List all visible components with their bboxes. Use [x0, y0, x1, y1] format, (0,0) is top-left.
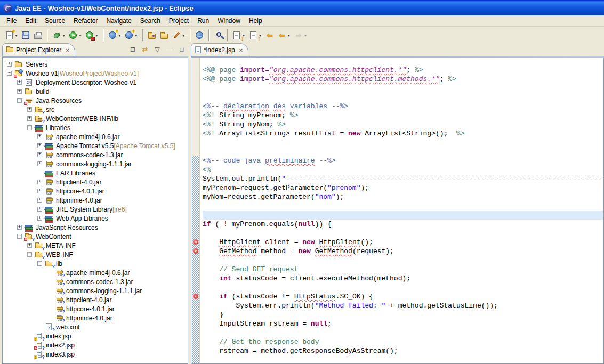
tree-expander[interactable]: +	[27, 116, 32, 121]
menu-project[interactable]: Project	[165, 16, 193, 26]
next-annotation-button[interactable]: ↓▼	[231, 29, 247, 42]
tree-item-index3-jsp[interactable]: !?index3.jsp	[3, 350, 188, 359]
code-line[interactable]: <%-- code java préliminaire --%>	[203, 156, 603, 165]
tree-item-src[interactable]: +?src	[3, 105, 188, 114]
code-line[interactable]: int statusCode = client.executeMethod(me…	[203, 274, 603, 283]
tree-item-commons-codec-1-3-jar[interactable]: +commons-codec-1.3.jar	[3, 150, 188, 159]
tree-item-java-resources[interactable]: −×Java Resources	[3, 96, 188, 105]
tree-expander[interactable]: +	[37, 161, 42, 166]
code-line[interactable]: <%! ArrayList<String> resultList = new A…	[203, 129, 603, 138]
tree-expander[interactable]: +	[37, 152, 42, 157]
tree-item-apache-tomcat-v5-5[interactable]: +Apache Tomcat v5.5 [Apache Tomcat v5.5]	[3, 141, 188, 150]
tree-expander[interactable]: +	[37, 143, 42, 148]
minimize-icon[interactable]: —	[165, 46, 174, 53]
code-line[interactable]: <%! String myPrenom; %>	[203, 111, 603, 120]
code-line[interactable]: // Send GET request	[203, 265, 603, 274]
run-external-button[interactable]: ▼	[84, 29, 100, 42]
tree-expander[interactable]: −	[27, 125, 32, 130]
code-line[interactable]: <%-- déclaration des variables --%>	[203, 102, 603, 111]
code-line[interactable]: InputStream rstream = null;	[203, 319, 603, 328]
tree-item-httpclient-4-0-jar[interactable]: +httpclient-4.0.jar	[3, 177, 188, 187]
code-line[interactable]	[203, 201, 603, 211]
tree-item-lib[interactable]: −?lib	[3, 259, 188, 268]
dropdown-arrow-icon[interactable]: ▼	[95, 34, 99, 37]
menu-help[interactable]: Help	[245, 16, 267, 26]
tree-item-jre-system-library[interactable]: +JRE System Library [jre6]	[3, 205, 188, 214]
open-folder-button[interactable]	[158, 29, 171, 42]
tree-expander[interactable]: +	[27, 243, 32, 248]
print-button[interactable]	[32, 29, 44, 42]
tree-expander[interactable]: −	[27, 252, 32, 257]
mark-occurrences-button[interactable]: ▼	[171, 29, 187, 42]
close-icon[interactable]: ×	[239, 47, 243, 53]
code-line[interactable]: GetMethod method = new GetMethod(request…	[203, 247, 603, 256]
tree-item-ear-libraries[interactable]: EAR Libraries	[3, 168, 188, 177]
tab-index2-jsp[interactable]: *index2.jsp ×	[191, 43, 248, 56]
tree-expander[interactable]: −	[7, 71, 12, 76]
code-line[interactable]: myPrenom=request.getParameter("prenom");	[203, 183, 603, 192]
code-line[interactable]: <%	[203, 165, 603, 174]
last-edit-location-button[interactable]: ⬅	[263, 29, 276, 42]
tree-expander[interactable]: −	[17, 98, 22, 103]
link-with-editor-icon[interactable]: ⇄	[141, 46, 149, 53]
code-line[interactable]: System.out.println("--------------------…	[203, 174, 603, 183]
tree-expander[interactable]: −	[17, 234, 22, 239]
code-line[interactable]: System.err.println("Method failed: " + m…	[203, 301, 603, 310]
dropdown-arrow-icon[interactable]: ▼	[78, 34, 82, 37]
menu-navigate[interactable]: Navigate	[102, 16, 135, 26]
tree-item-webcontent[interactable]: −×?WebContent	[3, 232, 188, 241]
tree-expander[interactable]: +	[37, 180, 42, 184]
dropdown-arrow-icon[interactable]: ▼	[118, 34, 122, 37]
tree-expander[interactable]: +	[17, 80, 22, 85]
tree-item-webcontent-web-inf-lib[interactable]: +?WebContent/WEB-INF/lib	[3, 114, 188, 123]
tree-item-web-app-libraries[interactable]: +Web App Libraries	[3, 214, 188, 223]
menu-run[interactable]: Run	[193, 16, 213, 26]
tree-expander[interactable]: +	[7, 62, 12, 67]
code-line[interactable]	[203, 283, 603, 292]
code-line[interactable]	[203, 147, 603, 156]
tree-expander[interactable]: +	[37, 216, 42, 221]
dropdown-arrow-icon[interactable]: ▼	[182, 34, 186, 37]
code-line[interactable]: <%@ page import="org.apache.commons.http…	[203, 66, 603, 75]
tree-expander[interactable]: +	[17, 89, 22, 94]
error-marker-icon[interactable]: ×	[192, 293, 199, 300]
menu-edit[interactable]: Edit	[21, 16, 41, 26]
tree-item-commons-logging-1-1-1-jar[interactable]: +commons-logging-1.1.1.jar	[3, 159, 188, 168]
web-browser-button[interactable]	[194, 29, 206, 42]
code-line[interactable]	[203, 93, 603, 102]
previous-annotation-button[interactable]: ↑▼	[247, 29, 264, 42]
tree-item-httpcore-4-0-1-jar[interactable]: ?httpcore-4.0.1.jar	[3, 304, 188, 313]
dropdown-arrow-icon[interactable]: ▼	[287, 34, 291, 37]
open-resource-folder-button[interactable]	[146, 29, 158, 42]
code-line[interactable]: <%! String myNom; %>	[203, 120, 603, 129]
tree-item-commons-logging-1-1-1-jar[interactable]: ?commons-logging-1.1.1.jar	[3, 286, 188, 295]
tree-item-libraries[interactable]: −Libraries	[3, 123, 188, 132]
menu-refactor[interactable]: Refactor	[69, 16, 102, 26]
code-line[interactable]: }	[203, 310, 603, 319]
run-button[interactable]: ▼	[67, 29, 84, 42]
tree-item-index-jsp[interactable]: !?index.jsp	[3, 331, 188, 341]
tree-item-httpcore-4-0-1-jar[interactable]: +httpcore-4.0.1.jar	[3, 187, 188, 196]
collapse-all-icon[interactable]: ⊟	[128, 46, 137, 53]
java-search-button[interactable]	[212, 29, 224, 42]
menu-search[interactable]: Search	[136, 16, 165, 26]
code-line[interactable]: rstream = method.getResponseBodyAsStream…	[203, 346, 603, 355]
dropdown-arrow-icon[interactable]: ▼	[14, 34, 18, 37]
forward-button[interactable]: ➡▼	[292, 29, 309, 42]
tree-expander[interactable]: −	[37, 261, 42, 266]
new-service-wizard-button[interactable]: ✦▼	[123, 29, 140, 42]
tree-expander[interactable]: +	[37, 198, 42, 203]
dropdown-arrow-icon[interactable]: ▼	[134, 34, 138, 37]
dropdown-arrow-icon[interactable]: ▼	[62, 34, 66, 37]
debug-button[interactable]: ▼	[51, 29, 67, 42]
tree-expander[interactable]: +	[37, 134, 42, 139]
tree-expander[interactable]: +	[37, 207, 42, 212]
annotation-ruler[interactable]: ×××	[191, 58, 200, 363]
tree-item-httpmime-4-0-jar[interactable]: ?httpmime-4.0.jar	[3, 313, 188, 322]
code-line[interactable]	[203, 84, 603, 93]
tree-expander[interactable]: +	[27, 107, 32, 112]
tree-expander[interactable]: +	[17, 225, 22, 230]
back-button[interactable]: ⬅▼	[276, 29, 292, 42]
code-line[interactable]	[203, 138, 603, 147]
error-marker-icon[interactable]: ×	[192, 248, 199, 254]
